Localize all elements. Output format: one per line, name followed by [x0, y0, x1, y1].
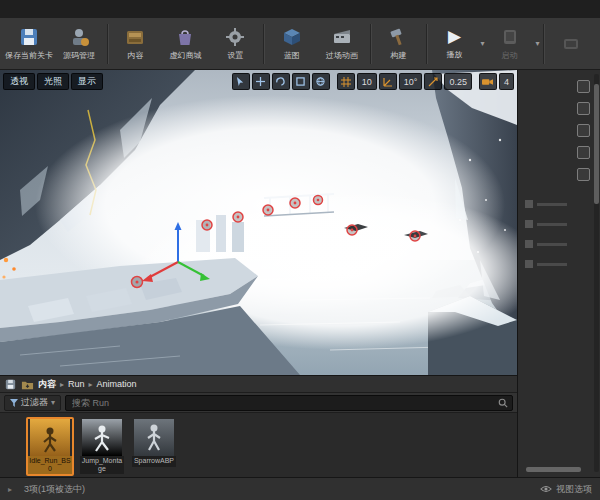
blueprints-icon: [281, 26, 303, 48]
lit-mode-dropdown[interactable]: 光照: [37, 73, 69, 90]
asset-thumbnail: [30, 419, 70, 456]
rotation-snap-toggle[interactable]: [379, 73, 397, 90]
cinematics-button[interactable]: 过场动画: [317, 20, 367, 68]
marketplace-label: 虚幻商城: [169, 50, 201, 61]
asset-tile-idle-run[interactable]: Idle_Run_BS0: [26, 417, 74, 476]
marketplace-button[interactable]: 虚幻商城: [160, 20, 210, 68]
scale-snap-toggle[interactable]: [424, 73, 442, 90]
build-label: 构建: [390, 50, 406, 61]
panel-tab-strip: [577, 80, 590, 181]
world-local-toggle[interactable]: [312, 73, 330, 90]
source-control-button[interactable]: 源码管理: [54, 20, 104, 68]
cursor-icon: [236, 77, 245, 86]
settings-label: 设置: [227, 50, 243, 61]
asset-tile-jump-montage[interactable]: Jump_Montage: [78, 417, 126, 476]
unreal-editor-window: 保存当前关卡 源码管理 内容 虚幻商城: [0, 0, 600, 500]
globe-icon: [316, 77, 325, 86]
grid-snap-icon: [341, 77, 351, 87]
panel-tab-icon[interactable]: [577, 102, 590, 115]
device-button[interactable]: [546, 20, 596, 68]
filters-caret-icon: ▾: [51, 398, 55, 407]
move-tool-button[interactable]: [252, 73, 270, 90]
breadcrumb-folder-animation[interactable]: Animation: [97, 379, 137, 389]
funnel-icon: [10, 399, 18, 407]
grid-snap-value[interactable]: 10: [357, 73, 377, 90]
camera-speed-button[interactable]: [479, 73, 497, 90]
panel-scrollbar[interactable]: [594, 74, 599, 472]
panel-tab-icon[interactable]: [577, 124, 590, 137]
asset-search-input[interactable]: [70, 397, 494, 409]
play-icon: ▶: [448, 27, 461, 47]
content-label: 内容: [127, 50, 143, 61]
filters-button[interactable]: 过滤器 ▾: [4, 395, 61, 411]
select-tool-button[interactable]: [232, 73, 250, 90]
source-control-label: 源码管理: [63, 50, 95, 61]
scale-icon: [296, 77, 305, 86]
sources-panel-chevron-icon[interactable]: ▸: [8, 485, 12, 494]
show-label: 显示: [78, 75, 96, 88]
level-viewport[interactable]: 透视 光照 显示: [0, 70, 517, 375]
panel-row[interactable]: [525, 240, 567, 248]
save-all-icon[interactable]: [4, 378, 17, 391]
scale-snap-value[interactable]: 0.25: [444, 73, 472, 90]
camera-speed-value[interactable]: 4: [499, 73, 514, 90]
window-tab-strip: [0, 0, 600, 19]
asset-search-box: [65, 395, 513, 411]
animbp-thumbnail: [134, 419, 174, 456]
rotation-snap-value[interactable]: 10°: [399, 73, 423, 90]
settings-icon: [224, 26, 246, 48]
content-browser-filter-bar: 过滤器 ▾: [0, 393, 517, 413]
marketplace-icon: [174, 26, 196, 48]
panel-row[interactable]: [525, 260, 567, 268]
asset-grid: Idle_Run_BS0 Jump_Montage: [0, 413, 517, 477]
search-icon: [498, 398, 508, 408]
launch-icon: [499, 26, 521, 48]
panel-tab-icon[interactable]: [577, 146, 590, 159]
import-folder-icon[interactable]: [21, 378, 34, 391]
launch-options-caret-icon[interactable]: ▾: [536, 39, 540, 48]
scene-render: [0, 70, 517, 375]
rotate-tool-button[interactable]: [272, 73, 290, 90]
perspective-dropdown[interactable]: 透视: [3, 73, 35, 90]
source-control-icon: [68, 26, 90, 48]
content-button[interactable]: 内容: [110, 20, 160, 68]
breadcrumb-chevron-icon: ▸: [60, 380, 64, 389]
asset-tile-sparrow-abp[interactable]: SparrowABP: [130, 417, 178, 469]
build-icon: [387, 26, 409, 48]
settings-button[interactable]: 设置: [210, 20, 260, 68]
blueprints-button[interactable]: 蓝图: [267, 20, 317, 68]
rotate-icon: [276, 77, 285, 86]
move-icon: [256, 77, 265, 86]
eye-icon: [540, 485, 552, 493]
filters-label: 过滤器: [21, 396, 48, 409]
asset-name: Idle_Run_BS0: [28, 456, 72, 474]
montage-thumbnail: [82, 419, 122, 456]
scale-snap-icon: [428, 77, 438, 87]
launch-button[interactable]: 启动: [485, 20, 535, 68]
breadcrumb-folder-run[interactable]: Run: [68, 379, 85, 389]
panel-tab-icon[interactable]: [577, 168, 590, 181]
panel-row[interactable]: [525, 200, 567, 208]
blendspace-thumbnail: [30, 419, 70, 456]
save-level-label: 保存当前关卡: [5, 50, 53, 61]
breadcrumb-chevron-icon: ▸: [89, 380, 93, 389]
panel-row[interactable]: [525, 220, 567, 228]
blueprints-label: 蓝图: [284, 50, 300, 61]
save-level-button[interactable]: 保存当前关卡: [4, 20, 54, 68]
scale-tool-button[interactable]: [292, 73, 310, 90]
grid-snap-toggle[interactable]: [337, 73, 355, 90]
asset-name: Jump_Montage: [80, 456, 124, 474]
show-flags-dropdown[interactable]: 显示: [71, 73, 103, 90]
perspective-label: 透视: [10, 75, 28, 88]
asset-thumbnail: [82, 419, 122, 456]
build-button[interactable]: 构建: [373, 20, 423, 68]
panel-horizontal-scrollbar[interactable]: [526, 467, 581, 472]
asset-name: SparrowABP: [132, 456, 176, 467]
save-icon: [18, 26, 40, 48]
breadcrumb-root[interactable]: 内容: [38, 378, 56, 391]
cinematics-icon: [331, 26, 353, 48]
play-button[interactable]: ▶ 播放: [430, 20, 480, 68]
view-options-button[interactable]: 视图选项: [540, 483, 592, 496]
panel-tab-icon[interactable]: [577, 80, 590, 93]
view-options-label: 视图选项: [556, 483, 592, 496]
